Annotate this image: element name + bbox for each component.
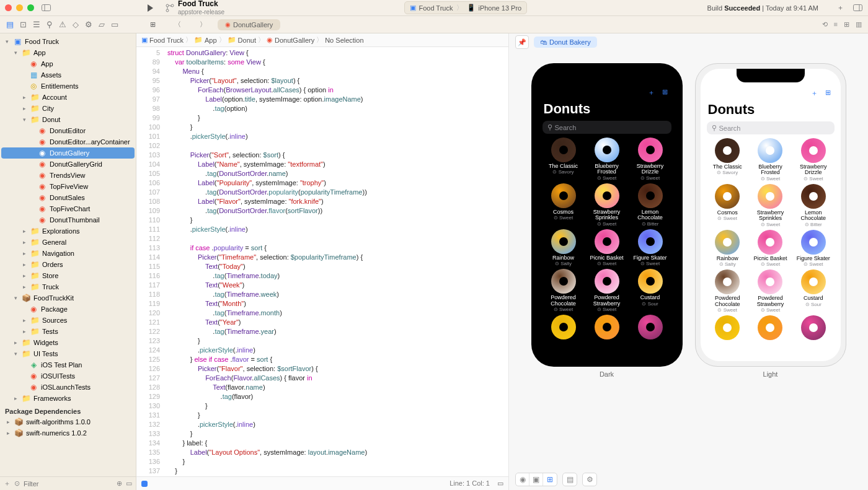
symbol-nav-icon[interactable]: ☰	[33, 20, 40, 29]
donut-cell[interactable]	[542, 315, 585, 341]
folder-uitests[interactable]: ▾📁UI Tests	[1, 348, 135, 359]
find-nav-icon[interactable]: ⚲	[46, 20, 53, 29]
file-donutthumbnail[interactable]: ◉DonutThumbnail	[1, 214, 135, 225]
donut-cell[interactable]: Picnic Basket⊙ Sweet	[586, 229, 628, 266]
test-nav-icon[interactable]: ◇	[73, 20, 79, 29]
code-editor[interactable]: 5899495969798991001011021031041051061071…	[136, 47, 508, 476]
pin-preview-icon[interactable]: 📌	[515, 35, 529, 49]
recent-icon[interactable]: ⊕	[117, 479, 122, 488]
variants-icon[interactable]: ⊞	[543, 473, 557, 486]
file-ioslaunchtests[interactable]: ◉iOSLaunchTests	[1, 382, 135, 393]
plus-icon[interactable]: ＋	[835, 2, 846, 14]
donut-cell[interactable]: Powdered Strawberry⊙ Sweet	[586, 269, 628, 312]
folder-truck[interactable]: ▸📁Truck	[1, 281, 135, 292]
add-target-icon[interactable]: ＋	[4, 479, 11, 488]
donut-cell[interactable]: Strawberry Drizzle⊙ Sweet	[629, 138, 671, 181]
grid-icon[interactable]: ⊞	[825, 89, 831, 98]
file-app[interactable]: ◉App	[1, 58, 135, 69]
donut-cell[interactable]: Rainbow⊙ Salty	[542, 229, 585, 266]
folder-store[interactable]: ▸📁Store	[1, 270, 135, 281]
breakpoint-nav-icon[interactable]: ▱	[99, 20, 105, 29]
grid-icon[interactable]: ⊞	[662, 88, 668, 97]
folder-explorations[interactable]: ▸📁Explorations	[1, 225, 135, 237]
project-navigator[interactable]: ▾▣Food Truck ▾📁App ◉App ▦Assets ◎Entitle…	[0, 33, 136, 476]
add-editor-icon[interactable]: ⊞	[844, 20, 849, 28]
filter-scope-icon[interactable]: ⊙	[14, 479, 20, 488]
file-donuteditor[interactable]: ◉DonutEditor	[1, 125, 135, 136]
sidebar-toggle-icon[interactable]	[40, 2, 51, 14]
jumpbar-folder-app[interactable]: App	[205, 37, 217, 44]
library-icon[interactable]	[852, 2, 863, 14]
live-icon[interactable]: ◉	[516, 473, 529, 486]
donut-cell[interactable]: Lemon Chocolate⊙ Bitter	[792, 184, 834, 227]
folder-city[interactable]: ▸📁City	[1, 103, 135, 114]
donut-cell[interactable]: Strawberry Drizzle⊙ Sweet	[792, 138, 834, 182]
folder-account[interactable]: ▸📁Account	[1, 92, 135, 103]
jumpbar-file[interactable]: DonutGallery	[275, 37, 314, 44]
source-text[interactable]: struct DonutGallery: View { var toolbarI…	[164, 47, 508, 476]
editor-options-icon[interactable]: ≡	[834, 20, 838, 28]
file-topfivechart[interactable]: ◉TopFiveChart	[1, 203, 135, 214]
donut-cell[interactable]: Powdered Chocolate⊙ Sweet	[542, 269, 585, 312]
run-icon[interactable]	[144, 2, 156, 14]
donut-cell[interactable]: Strawberry Sprinkles⊙ Sweet	[750, 184, 791, 227]
project-title[interactable]: Food Truck appstore-release	[166, 0, 224, 15]
jumpbar-selection[interactable]: No Selection	[325, 37, 363, 44]
donut-cell[interactable]: Cosmos⊙ Sweet	[707, 184, 748, 227]
back-icon[interactable]: 〈	[167, 18, 188, 31]
related-items-icon[interactable]: ⊞	[143, 19, 163, 30]
file-assets[interactable]: ▦Assets	[1, 69, 135, 81]
close-window[interactable]	[5, 4, 12, 11]
inspector-toggle-icon[interactable]: ▥	[856, 20, 862, 28]
canvas-settings-icon[interactable]: ⚙	[583, 473, 596, 486]
file-donuteditor-container[interactable]: ◉DonutEditor...aryContainer	[1, 136, 135, 147]
refresh-icon[interactable]: ⟲	[822, 20, 828, 28]
donut-cell[interactable]: Rainbow⊙ Salty	[707, 230, 748, 267]
preview-selector[interactable]: 🛍 Donut Bakery	[534, 37, 597, 48]
donut-cell[interactable]: The Classic⊙ Savory	[707, 138, 748, 182]
selectable-icon[interactable]: ▣	[529, 473, 543, 486]
donut-cell[interactable]	[792, 315, 834, 341]
file-donutsales[interactable]: ◉DonutSales	[1, 192, 135, 203]
folder-app[interactable]: ▾📁App	[1, 47, 135, 58]
folder-frameworks[interactable]: ▸📁Frameworks	[1, 393, 135, 404]
jumpbar-folder-donut[interactable]: Donut	[238, 37, 256, 44]
add-icon[interactable]: ＋	[811, 89, 818, 98]
folder-general[interactable]: ▸📁General	[1, 237, 135, 248]
folder-widgets[interactable]: ▸📁Widgets	[1, 337, 135, 348]
folder-orders[interactable]: ▸📁Orders	[1, 259, 135, 270]
donut-cell[interactable]: Picnic Basket⊙ Sweet	[750, 230, 791, 267]
source-control-nav-icon[interactable]: ⊡	[20, 20, 27, 29]
donut-cell[interactable]	[707, 315, 748, 341]
minimap-icon[interactable]: ▭	[497, 479, 503, 488]
jumpbar-project[interactable]: Food Truck	[149, 37, 184, 44]
debug-nav-icon[interactable]: ⚙	[85, 20, 92, 29]
folder-donut[interactable]: ▾📁Donut	[1, 114, 135, 125]
donut-cell[interactable]	[750, 315, 791, 341]
donut-cell[interactable]: Lemon Chocolate⊙ Bitter	[629, 183, 671, 227]
file-donutgallery[interactable]: ◉DonutGallery	[1, 147, 135, 159]
tab-donutgallery[interactable]: ◉ DonutGallery	[218, 19, 280, 30]
file-package[interactable]: ◉Package	[1, 304, 135, 315]
add-icon[interactable]: ＋	[648, 88, 655, 97]
filter-input[interactable]	[24, 480, 113, 488]
donut-cell[interactable]: Cosmos⊙ Sweet	[542, 183, 585, 227]
donut-cell[interactable]: The Classic⊙ Savory	[542, 138, 585, 181]
donut-cell[interactable]: Strawberry Sprinkles⊙ Sweet	[586, 183, 628, 227]
file-trendsview[interactable]: ◉TrendsView	[1, 170, 135, 181]
scheme-selector[interactable]: ▣ Food Truck 〉 📱 iPhone 13 Pro	[404, 1, 527, 14]
scm-filter-icon[interactable]: ▭	[126, 479, 132, 488]
donut-cell[interactable]: Blueberry Frosted⊙ Sweet	[750, 138, 791, 182]
search-field[interactable]: ⚲Search	[707, 121, 835, 134]
donut-cell[interactable]: Custard⊙ Sour	[629, 269, 671, 312]
donut-cell[interactable]	[629, 315, 671, 341]
donut-cell[interactable]: Figure Skater⊙ Sweet	[792, 230, 834, 267]
donut-cell[interactable]: Powdered Strawberry⊙ Sweet	[750, 269, 791, 313]
file-donutgallerygrid[interactable]: ◉DonutGalleryGrid	[1, 159, 135, 170]
forward-icon[interactable]: 〉	[192, 18, 214, 31]
preview-device-dark[interactable]: ＋⊞ Donuts ⚲Search The Classic⊙ SavoryBlu…	[531, 63, 683, 367]
donut-cell[interactable]: Powdered Chocolate⊙ Sweet	[707, 269, 748, 313]
file-topfiveview[interactable]: ◉TopFiveView	[1, 181, 135, 192]
report-nav-icon[interactable]: ▭	[111, 20, 118, 29]
file-iosuitests[interactable]: ◉iOSUITests	[1, 370, 135, 382]
